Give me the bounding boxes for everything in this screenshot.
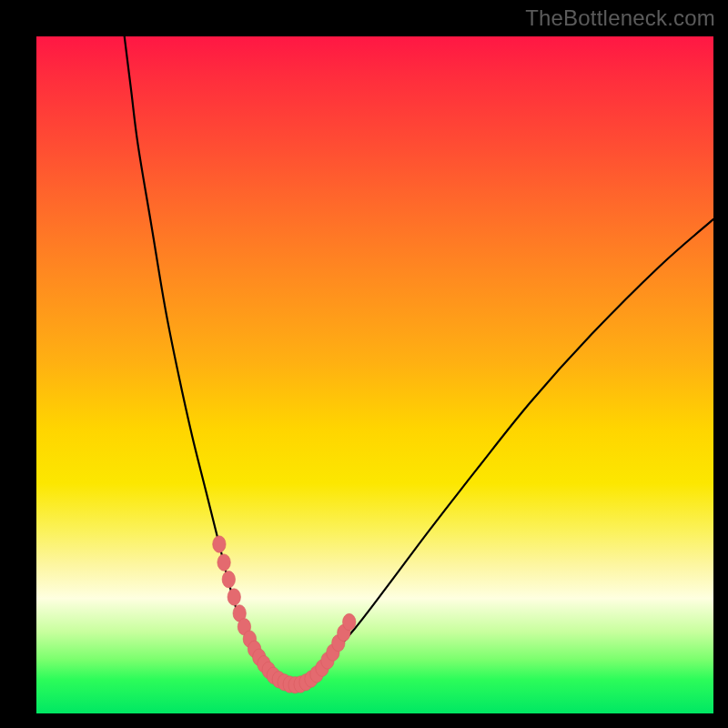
dotted-highlight (213, 536, 356, 693)
bead-marker (222, 571, 235, 587)
bead-marker (343, 613, 356, 630)
plot-area (36, 36, 713, 713)
bead-marker (217, 554, 230, 571)
bead-marker (228, 589, 240, 605)
chart-frame: TheBottleneck.com (0, 0, 728, 728)
curve-layer (36, 36, 713, 713)
bead-marker (213, 536, 226, 552)
watermark-text: TheBottleneck.com (525, 5, 715, 31)
bottleneck-curve (125, 36, 713, 686)
